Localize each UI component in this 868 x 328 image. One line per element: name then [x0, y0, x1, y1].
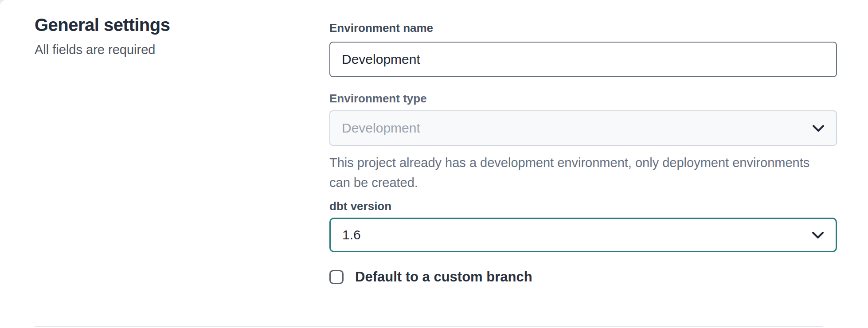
settings-card: General settings All fields are required…	[0, 0, 868, 328]
page-title: General settings	[35, 14, 329, 35]
environment-type-selected-value: Development	[342, 121, 420, 136]
environment-type-help: This project already has a development e…	[329, 153, 824, 193]
chevron-down-icon	[812, 231, 824, 239]
custom-branch-label[interactable]: Default to a custom branch	[355, 269, 532, 285]
custom-branch-checkbox[interactable]	[329, 270, 344, 284]
dbt-version-label: dbt version	[329, 199, 837, 213]
section-divider	[35, 326, 823, 327]
environment-type-select: Development	[329, 110, 837, 146]
page-subtitle: All fields are required	[35, 42, 329, 58]
custom-branch-field: Default to a custom branch	[329, 269, 837, 285]
chevron-down-icon	[812, 125, 825, 132]
environment-settings-page: General settings All fields are required…	[0, 0, 868, 328]
settings-form: Environment name Environment type Develo…	[329, 0, 837, 328]
environment-type-label: Environment type	[329, 92, 837, 105]
settings-header: General settings All fields are required	[0, 0, 329, 328]
dbt-version-selected-value: 1.6	[342, 227, 361, 242]
environment-name-label: Environment name	[329, 21, 837, 35]
dbt-version-select[interactable]: 1.6	[329, 218, 837, 252]
environment-name-input[interactable]	[329, 42, 837, 77]
